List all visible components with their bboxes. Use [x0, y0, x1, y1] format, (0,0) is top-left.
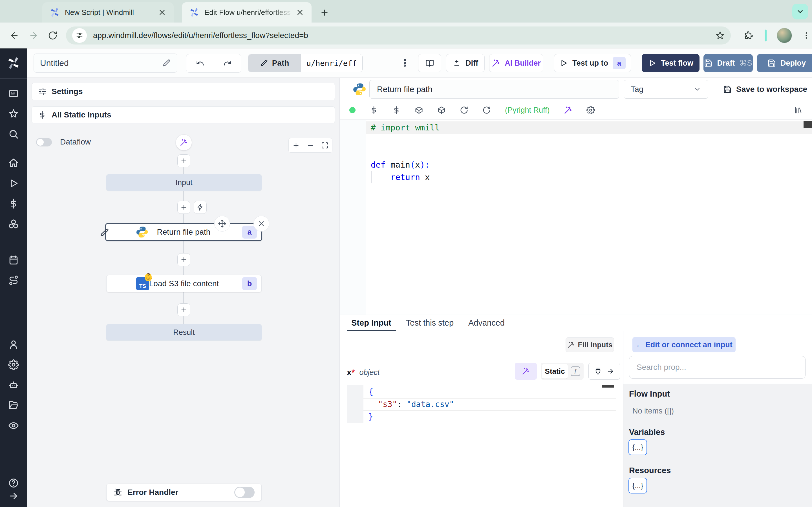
extensions-puzzle-icon[interactable] — [744, 31, 753, 40]
flow-node-step-a[interactable]: Return file path a — [105, 223, 262, 241]
diff-button[interactable]: Diff — [446, 54, 485, 72]
close-icon[interactable] — [158, 8, 166, 17]
browser-tab-edit-flow[interactable]: Edit Flow u/henri/effortless_fl — [182, 2, 312, 22]
insert-trigger-button[interactable] — [194, 201, 207, 214]
save-to-workspace-button[interactable]: Save to workspace — [723, 80, 807, 99]
windmill-app: Untitled Path u/henri/eff — [0, 48, 812, 507]
static-mode-button[interactable]: Static — [542, 364, 568, 379]
search-icon[interactable] — [8, 129, 19, 139]
windmill-logo[interactable] — [7, 56, 20, 70]
browser-menu-icon[interactable] — [802, 31, 811, 40]
more-options-kebab-icon[interactable] — [401, 59, 409, 67]
path-label: Path — [272, 59, 289, 68]
insert-step-button-1[interactable] — [177, 201, 190, 214]
variables-object-button[interactable]: {...} — [628, 439, 647, 455]
move-step-button[interactable] — [214, 216, 230, 231]
close-icon[interactable] — [296, 8, 304, 17]
error-handler-card[interactable]: Error Handler — [106, 484, 262, 501]
insert-step-button-3[interactable] — [177, 303, 190, 316]
editor-scrollbar-thumb[interactable] — [804, 121, 812, 128]
fit-view-icon[interactable] — [321, 142, 328, 149]
library-icon[interactable] — [794, 106, 802, 114]
test-up-to-button[interactable]: Test up to a — [554, 54, 631, 72]
home-icon[interactable] — [8, 158, 19, 168]
favorites-star-icon[interactable] — [8, 108, 19, 119]
ai-flow-wand-button[interactable] — [176, 135, 192, 151]
variable-dollar-icon[interactable] — [370, 106, 378, 114]
tab-step-input[interactable]: Step Input — [347, 315, 396, 331]
resources-cubes-icon[interactable] — [8, 219, 19, 229]
dataflow-toggle[interactable] — [36, 138, 52, 147]
flows-route-icon[interactable] — [8, 275, 19, 286]
deploy-button[interactable]: Deploy — [757, 54, 812, 72]
profile-avatar[interactable] — [777, 28, 792, 43]
flow-node-result[interactable]: Result — [106, 324, 262, 341]
tag-select[interactable]: Tag — [624, 80, 708, 99]
bookmark-star-icon[interactable] — [716, 31, 725, 40]
path-group[interactable]: Path u/henri/eff — [248, 54, 363, 72]
javascript-expression-mode-button[interactable]: ƒ — [571, 367, 580, 376]
connect-input-button[interactable] — [589, 363, 620, 380]
expand-sidebar-arrow-icon[interactable] — [8, 491, 19, 501]
folders-icon[interactable] — [8, 400, 19, 411]
tab-search-button[interactable] — [792, 4, 808, 19]
error-handler-toggle[interactable] — [234, 487, 255, 498]
edit-or-connect-button[interactable]: ← Edit or connect an input — [632, 337, 735, 352]
editor-settings-gear-icon[interactable] — [587, 106, 595, 114]
resource-dollar-icon[interactable] — [392, 106, 401, 114]
forward-icon[interactable] — [29, 31, 38, 40]
workers-robot-icon[interactable] — [8, 380, 19, 390]
delete-step-button[interactable] — [253, 216, 269, 231]
help-icon[interactable] — [8, 478, 19, 489]
tab-test-this-step[interactable]: Test this step — [402, 315, 458, 331]
runs-play-icon[interactable] — [8, 178, 19, 189]
resources-object-button[interactable]: {...} — [628, 478, 647, 494]
reload-icon[interactable] — [460, 106, 468, 114]
package-icon-2[interactable] — [437, 106, 446, 114]
tab-advanced[interactable]: Advanced — [464, 315, 509, 331]
docs-button[interactable] — [418, 54, 441, 72]
fill-inputs-label: Fill inputs — [578, 341, 613, 349]
step-name-input[interactable]: Return file path — [369, 80, 619, 99]
flow-summary-input[interactable]: Untitled — [34, 54, 177, 73]
fill-inputs-button[interactable]: Fill inputs — [566, 337, 614, 352]
code-editor[interactable]: # import wmill def main(x): return x — [340, 119, 812, 315]
redo-button[interactable] — [214, 54, 241, 72]
all-static-inputs-button[interactable]: All Static Inputs — [32, 107, 335, 123]
test-up-to-step-badge[interactable]: a — [613, 57, 626, 69]
audit-eye-icon[interactable] — [8, 420, 19, 431]
draft-button[interactable]: Draft ⌘S — [703, 54, 753, 72]
zoom-in-plus-icon[interactable] — [292, 142, 300, 149]
save-icon — [704, 59, 712, 67]
url-bar[interactable]: app.windmill.dev/flows/edit/u/henri/effo… — [66, 26, 731, 45]
json-scrollbar-thumb[interactable] — [602, 385, 614, 388]
diff-icon — [453, 59, 461, 67]
site-settings-icon[interactable] — [72, 28, 87, 43]
user-icon[interactable] — [8, 339, 19, 350]
package-icon[interactable] — [415, 106, 423, 114]
back-icon[interactable] — [10, 31, 19, 40]
schedules-calendar-icon[interactable] — [8, 255, 19, 265]
reload-icon[interactable] — [48, 31, 57, 40]
insert-step-button-2[interactable] — [177, 253, 190, 266]
variables-dollar-icon[interactable] — [8, 198, 19, 209]
ai-wand-icon[interactable] — [564, 106, 572, 114]
path-button[interactable]: Path — [248, 54, 301, 72]
test-flow-button[interactable]: Test flow — [642, 54, 700, 72]
flow-node-input[interactable]: Input — [106, 174, 262, 191]
zoom-out-minus-icon[interactable] — [307, 142, 314, 149]
ai-builder-button[interactable]: AI Builder — [489, 54, 543, 72]
flow-settings-button[interactable]: Settings — [32, 83, 335, 100]
browser-tab-new-script[interactable]: New Script | Windmill — [42, 2, 174, 22]
new-tab-button[interactable] — [318, 6, 331, 19]
workspace-icon[interactable] — [8, 88, 19, 99]
search-prop-input[interactable]: Search prop... — [629, 356, 806, 379]
ai-fill-argument-button[interactable] — [515, 363, 537, 380]
insert-step-button-top[interactable] — [177, 154, 190, 167]
undo-button[interactable] — [186, 54, 214, 72]
settings-gear-icon[interactable] — [8, 359, 19, 370]
flow-node-step-b[interactable]: TS 👶 Load S3 file content b — [106, 275, 262, 292]
reload-icon-2[interactable] — [483, 106, 491, 114]
argument-json-editor[interactable]: { "s3": "data.csv" } — [347, 385, 616, 423]
lint-status[interactable]: (Pyright Ruff) — [505, 106, 550, 115]
